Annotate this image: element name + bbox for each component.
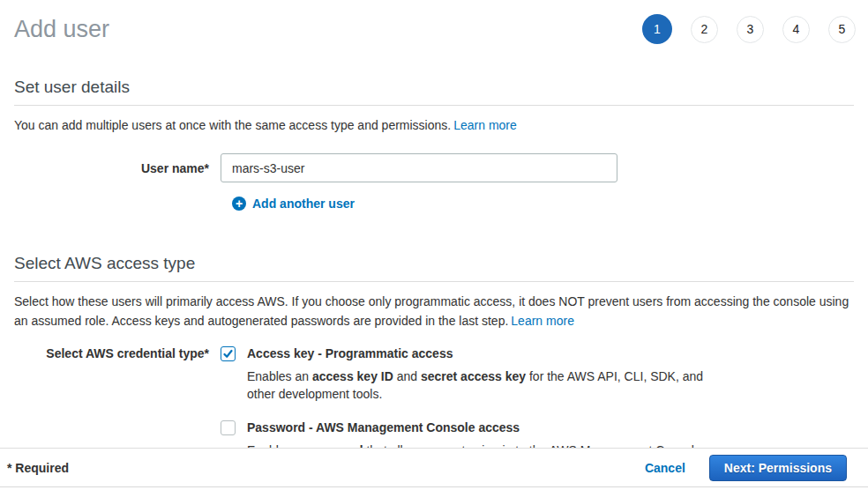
section-select-access-type: Select AWS access type Select how these … (14, 254, 854, 459)
user-details-intro-text: You can add multiple users at once with … (14, 118, 451, 132)
wizard-stepper: 1 2 3 4 5 (642, 14, 856, 44)
access-type-intro: Select how these users will primarily ac… (14, 292, 854, 330)
section-heading-user-details: Set user details (14, 78, 854, 106)
access-key-option-title: Access key - Programmatic access (247, 346, 703, 361)
next-permissions-button[interactable]: Next: Permissions (709, 455, 847, 481)
section-set-user-details: Set user details You can add multiple us… (14, 78, 854, 212)
section-heading-access-type: Select AWS access type (14, 254, 854, 282)
step-1-indicator[interactable]: 1 (642, 14, 672, 44)
credential-type-row: Select AWS credential type* Access key -… (14, 346, 854, 459)
access-key-checkbox[interactable] (221, 346, 236, 361)
wizard-footer: * Required Cancel Next: Permissions (0, 448, 868, 487)
plus-circle-icon: + (232, 197, 246, 211)
wizard-header: Add user 1 2 3 4 5 (0, 0, 868, 44)
step-2-indicator[interactable]: 2 (691, 16, 718, 43)
add-another-user-label: Add another user (252, 197, 355, 211)
access-key-option-desc: Enables an access key ID and secret acce… (247, 368, 703, 403)
password-checkbox[interactable] (221, 420, 236, 435)
desc-text: Enables an (247, 369, 312, 383)
username-label: User name* (14, 153, 221, 182)
footer-actions: Cancel Next: Permissions (645, 455, 847, 481)
learn-more-link-user-details[interactable]: Learn more (453, 118, 517, 132)
desc-bold: access key ID (312, 369, 393, 383)
desc-bold: secret access key (421, 369, 526, 383)
add-another-user-button[interactable]: + Add another user (232, 197, 355, 211)
step-4-indicator[interactable]: 4 (782, 16, 810, 43)
credential-type-label: Select AWS credential type* (14, 346, 221, 459)
checkmark-icon (223, 349, 233, 359)
step-5-indicator[interactable]: 5 (828, 16, 856, 43)
step-3-indicator[interactable]: 3 (737, 16, 764, 43)
access-key-option-content: Access key - Programmatic access Enables… (247, 346, 703, 403)
option-access-key: Access key - Programmatic access Enables… (221, 346, 705, 403)
desc-text: and (393, 369, 421, 383)
desc-text: for the AWS API, CLI, SDK, and (526, 369, 703, 383)
required-note: * Required (7, 461, 69, 475)
password-option-title: Password - AWS Management Console access (247, 420, 705, 435)
user-details-intro: You can add multiple users at once with … (14, 115, 854, 135)
credential-options: Access key - Programmatic access Enables… (221, 346, 705, 459)
username-input[interactable] (221, 153, 617, 182)
page-title: Add user (14, 16, 109, 43)
username-row: User name* (14, 153, 854, 182)
access-type-intro-text: Select how these users will primarily ac… (14, 294, 849, 328)
desc-text: other development tools. (247, 385, 703, 403)
learn-more-link-access-type[interactable]: Learn more (511, 314, 574, 328)
cancel-button[interactable]: Cancel (645, 461, 685, 475)
